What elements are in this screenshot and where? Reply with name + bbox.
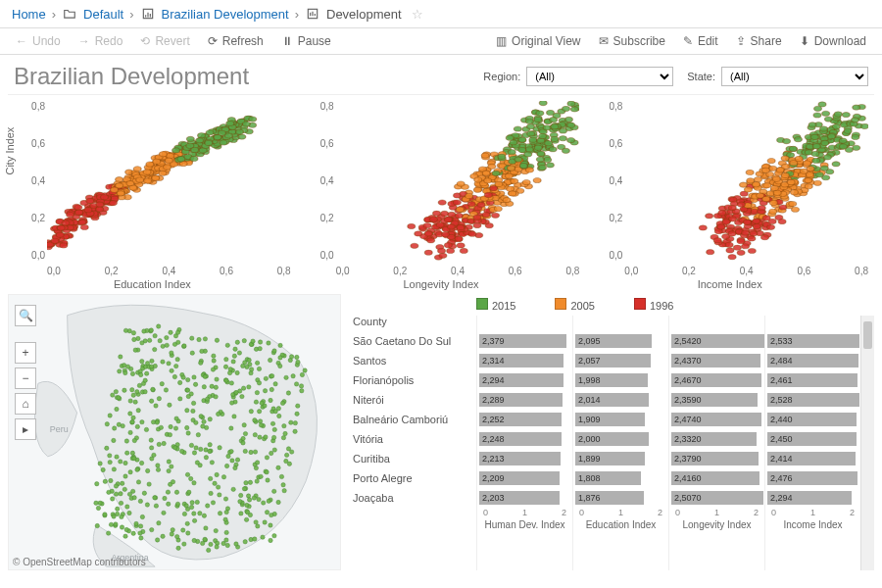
original-view-button[interactable]: ▥ Original View xyxy=(496,34,580,48)
bar-cell[interactable]: 1,876 xyxy=(573,488,668,508)
svg-point-1349 xyxy=(149,399,153,403)
svg-point-1696 xyxy=(253,450,257,454)
bar-cell[interactable]: 2,4670 xyxy=(669,370,764,390)
breadcrumb-home[interactable]: Home xyxy=(12,7,46,22)
bar-cell[interactable]: 1,899 xyxy=(573,449,668,468)
region-select[interactable]: (All) xyxy=(526,67,673,86)
svg-point-1435 xyxy=(136,409,140,413)
bar-cell[interactable]: 2,213 xyxy=(477,449,572,468)
bar-cell[interactable]: 2,414 xyxy=(765,449,860,468)
bar-cell[interactable]: 2,248 xyxy=(477,429,572,449)
svg-point-1731 xyxy=(114,522,118,526)
bar-cell[interactable]: 1,998 xyxy=(573,370,668,390)
state-select[interactable]: (All) xyxy=(721,67,868,86)
bar-cell[interactable]: 2,209 xyxy=(477,468,572,488)
svg-point-418 xyxy=(84,208,92,213)
svg-point-814 xyxy=(441,232,449,237)
svg-point-1411 xyxy=(203,337,207,341)
scatter-income[interactable]: 0,00,20,40,60,8 0,00,20,40,60,8 Income I… xyxy=(585,94,874,290)
bar-cell[interactable]: 2,533 xyxy=(765,331,860,351)
table-row-name[interactable]: Curitiba xyxy=(349,449,476,468)
bar-cell[interactable]: 2,4740 xyxy=(669,410,764,429)
bar-cell[interactable]: 2,095 xyxy=(573,331,668,351)
bar-cell[interactable]: 2,4370 xyxy=(669,351,764,370)
svg-point-1226 xyxy=(795,156,803,161)
svg-point-1664 xyxy=(208,449,212,453)
svg-point-657 xyxy=(523,152,531,157)
scrollbar-thumb[interactable] xyxy=(863,321,872,349)
bar-cell[interactable]: 2,3790 xyxy=(669,449,764,468)
svg-point-832 xyxy=(538,133,546,138)
redo-button[interactable]: → Redo xyxy=(78,34,123,48)
bar-cell[interactable]: 1,909 xyxy=(573,410,668,429)
edit-button[interactable]: ✎ Edit xyxy=(683,34,718,48)
svg-point-1523 xyxy=(133,400,137,404)
map-zoom-in[interactable]: + xyxy=(15,342,36,364)
download-button[interactable]: ⬇ Download xyxy=(800,34,866,48)
svg-point-1256 xyxy=(738,202,746,207)
svg-point-1687 xyxy=(192,481,196,485)
bar-cell[interactable]: 1,808 xyxy=(573,468,668,488)
bar-cell[interactable]: 2,3590 xyxy=(669,390,764,410)
bar-cell[interactable]: 2,450 xyxy=(765,429,860,449)
svg-point-830 xyxy=(446,248,454,253)
bar-cell[interactable]: 2,4160 xyxy=(669,468,764,488)
bar-cell[interactable]: 2,440 xyxy=(765,410,860,429)
table-row-name[interactable]: Santos xyxy=(349,351,476,370)
table-row-name[interactable]: Porto Alegre xyxy=(349,468,476,488)
map-search-icon[interactable]: 🔍 xyxy=(15,305,36,326)
breadcrumb-workbook[interactable]: Brazilian Development xyxy=(162,7,289,22)
svg-point-1336 xyxy=(139,536,143,540)
revert-button[interactable]: ⟲ Revert xyxy=(140,34,189,48)
share-button[interactable]: ⇪ Share xyxy=(736,34,782,48)
subscribe-button[interactable]: ✉ Subscribe xyxy=(599,34,665,48)
svg-point-1276 xyxy=(175,357,179,361)
bar-cell[interactable]: 2,3320 xyxy=(669,429,764,449)
bar-cell[interactable]: 2,484 xyxy=(765,351,860,370)
bar-cell[interactable]: 2,5420 xyxy=(669,331,764,351)
svg-point-809 xyxy=(429,217,437,221)
legend-item[interactable]: 1996 xyxy=(634,298,673,312)
table-row-name[interactable]: Balneário Camboriú xyxy=(349,410,476,429)
svg-point-1639 xyxy=(211,368,215,371)
bar-cell[interactable]: 2,000 xyxy=(573,429,668,449)
bar-cell[interactable]: 2,289 xyxy=(477,390,572,410)
legend-item[interactable]: 2015 xyxy=(476,298,515,312)
bar-cell[interactable]: 2,476 xyxy=(765,468,860,488)
breadcrumb-default[interactable]: Default xyxy=(83,7,123,22)
table-row-name[interactable]: Vitória xyxy=(349,429,476,449)
bar-cell[interactable]: 2,5070 xyxy=(669,488,764,508)
table-row-name[interactable]: São Caetano Do Sul xyxy=(349,331,476,351)
table-row-name[interactable]: Florianópolis xyxy=(349,370,476,390)
map-expand-icon[interactable]: ▸ xyxy=(15,418,36,440)
svg-point-1549 xyxy=(112,467,116,471)
svg-point-1681 xyxy=(216,412,220,416)
refresh-button[interactable]: ⟳ Refresh xyxy=(208,34,264,48)
table-row-name[interactable]: Joaçaba xyxy=(349,488,476,508)
bar-cell[interactable]: 2,294 xyxy=(477,370,572,390)
legend-item[interactable]: 2005 xyxy=(555,298,594,312)
bar-cell[interactable]: 2,528 xyxy=(765,390,860,410)
map-zoom-out[interactable]: − xyxy=(15,368,36,389)
bar-cell[interactable]: 2,057 xyxy=(573,351,668,370)
pause-button[interactable]: ⏸ Pause xyxy=(281,34,331,48)
scatter-longevity[interactable]: 0,00,20,40,60,8 0,00,20,40,60,8 Longevit… xyxy=(297,94,586,290)
bar-cell[interactable]: 2,314 xyxy=(477,351,572,370)
bar-cell[interactable]: 2,252 xyxy=(477,410,572,429)
favorite-star-icon[interactable]: ☆ xyxy=(412,7,423,22)
svg-point-1103 xyxy=(808,122,816,127)
svg-point-1660 xyxy=(204,526,208,530)
bar-cell[interactable]: 2,461 xyxy=(765,370,860,390)
table-row-name[interactable]: Niterói xyxy=(349,390,476,410)
bar-cell[interactable]: 2,379 xyxy=(477,331,572,351)
svg-point-1662 xyxy=(121,481,124,485)
undo-button[interactable]: ← Undo xyxy=(16,34,61,48)
bar-cell[interactable]: 2,014 xyxy=(573,390,668,410)
svg-point-1759 xyxy=(270,421,274,425)
scatter-education[interactable]: City Index 0,00,20,40,60,8 0,00,20,40,60… xyxy=(8,94,297,290)
bar-cell[interactable]: 2,294 xyxy=(765,488,860,508)
bar-cell[interactable]: 2,203 xyxy=(477,488,572,508)
map-home-icon[interactable]: ⌂ xyxy=(15,393,36,415)
scrollbar[interactable] xyxy=(860,316,874,570)
map-panel[interactable]: Peru Argentina 🔍 + − ⌂ ▸ © OpenStreetMap… xyxy=(8,294,341,570)
